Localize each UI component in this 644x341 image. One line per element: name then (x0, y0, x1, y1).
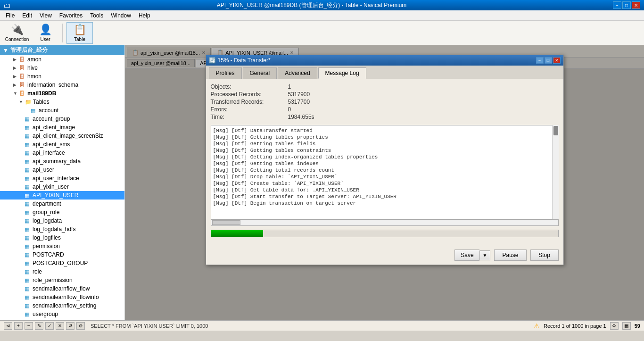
sidebar-item-views[interactable]: ▶ 👁 Views (0, 318, 124, 320)
maximize-button[interactable]: □ (622, 1, 631, 9)
toolbar-connection[interactable]: 🔌 Connection (4, 22, 30, 44)
table-icon: ▦ (25, 125, 31, 131)
save-button[interactable]: Save (454, 250, 479, 261)
nav-edit[interactable]: ✎ (35, 322, 43, 330)
sidebar-item-group-role[interactable]: ▦ group_role (0, 208, 124, 216)
menu-window[interactable]: Window (107, 11, 135, 20)
sidebar-item-usergroup[interactable]: ▦ usergroup (0, 310, 124, 318)
sidebar-item-sendmail-flowinfo[interactable]: ▦ sendmailearnflow_flowinfo (0, 293, 124, 301)
db-icon: 🗄 (19, 57, 26, 62)
dialog-title: 15% - Data Transfer* (218, 57, 271, 64)
tab-advanced[interactable]: Advanced (278, 67, 317, 79)
dialog-minimize[interactable]: − (536, 57, 544, 64)
sidebar-item-api-summary-data[interactable]: ▦ api_summary_data (0, 157, 124, 166)
objects-value: 1 (288, 83, 559, 90)
log-scrollbar-thumb[interactable] (553, 126, 558, 135)
minimize-button[interactable]: − (613, 1, 621, 9)
nav-discard[interactable]: ✕ (56, 322, 64, 330)
toolbar-user[interactable]: 👤 User (32, 22, 58, 44)
sidebar-item-hive[interactable]: ▶ 🗄 hive (0, 64, 124, 72)
app-icon: 🗃 (4, 1, 10, 9)
table-icon: ▦ (25, 116, 31, 122)
sidebar-item-account-group[interactable]: ▦ account_group (0, 115, 124, 123)
sidebar-item-api-user[interactable]: ▦ api_user (0, 166, 124, 174)
processed-label: Processed Records: (211, 91, 286, 98)
user-icon: 👤 (39, 24, 52, 36)
nav-add[interactable]: + (14, 322, 23, 330)
menu-help[interactable]: Help (135, 11, 154, 20)
grid-btn[interactable]: ▦ (622, 322, 631, 330)
sidebar-item-department[interactable]: ▦ department (0, 200, 124, 208)
item-label: API_YIXIN_USER (33, 192, 78, 199)
toolbar-table[interactable]: 📋 Table (66, 22, 93, 44)
menu-tools[interactable]: Tools (86, 11, 107, 20)
time-label: Time: (211, 114, 286, 120)
log-line: [Msg] [Dtf] Get table data for: .API_YIX… (213, 187, 556, 193)
sidebar-item-api-user-interface[interactable]: ▦ api_user_interface (0, 174, 124, 183)
sidebar-item-api-interface[interactable]: ▦ api_interface (0, 149, 124, 157)
dialog-close[interactable]: ✕ (553, 57, 561, 64)
menu-favorites[interactable]: Favorites (56, 11, 86, 20)
sidebar-item-api-client-sms[interactable]: ▦ api_client_sms (0, 140, 124, 149)
table-icon: ▦ (25, 209, 31, 216)
nav-confirm[interactable]: ✓ (45, 322, 54, 330)
sidebar-item-sendmail-setting[interactable]: ▦ sendmailearnflow_setting (0, 301, 124, 310)
table-icon: ▦ (25, 277, 31, 283)
sidebar-item-log-logdata[interactable]: ▦ log_logdata (0, 216, 124, 225)
close-button[interactable]: ✕ (632, 1, 640, 9)
table-icon: ▦ (25, 141, 31, 148)
sidebar-item-api-yixin-user-lower[interactable]: ▦ api_yixin_user (0, 183, 124, 191)
save-dropdown-arrow[interactable]: ▼ (479, 250, 491, 260)
item-label: log_logfiles (33, 234, 61, 241)
sidebar-item-permission[interactable]: ▦ permission (0, 242, 124, 250)
log-hscroll[interactable] (211, 219, 559, 226)
nav-first[interactable]: ⊲ (4, 322, 12, 330)
dialog-icon: 🔄 (209, 57, 216, 64)
item-label: mail189DB (27, 90, 56, 97)
nav-remove[interactable]: − (25, 322, 33, 330)
pause-button[interactable]: Pause (494, 250, 526, 261)
log-line: [Msg] [Dtf] Drop table: `API_YIXIN_USER` (213, 174, 556, 180)
nav-refresh[interactable]: ↺ (66, 322, 74, 330)
stop-button[interactable]: Stop (530, 250, 559, 261)
tab-general[interactable]: General (243, 67, 277, 79)
tab-message-log[interactable]: Message Log (318, 67, 366, 79)
log-hscroll-thumb[interactable] (212, 220, 240, 225)
table-icon: ▦ (25, 158, 31, 165)
title-bar: 🗃 API_YIXIN_USER @mail189DB (管理后台_经分) - … (0, 0, 644, 10)
nav-filter[interactable]: ⊘ (76, 322, 85, 330)
menu-view[interactable]: View (36, 11, 56, 20)
tab-profiles[interactable]: Profiles (209, 67, 242, 79)
log-area[interactable]: [Msg] [Dtf] DataTransfer started[Msg] [D… (211, 125, 559, 219)
sidebar-item-api-client-image[interactable]: ▦ api_client_image (0, 123, 124, 132)
sidebar-item-api-yixin-user-upper[interactable]: ▦ API_YIXIN_USER (0, 191, 124, 200)
sidebar-item-log-logdata-hdfs[interactable]: ▦ log_logdata_hdfs (0, 225, 124, 233)
menu-file[interactable]: File (2, 11, 18, 20)
table-icon: ▦ (25, 192, 31, 199)
stats-grid: Objects: 1 Processed Records: 5317900 Tr… (211, 83, 559, 120)
table-icon: 📋 (74, 24, 86, 36)
menu-edit[interactable]: Edit (18, 11, 36, 20)
sidebar-item-role-permission[interactable]: ▦ role_permission (0, 276, 124, 284)
errors-value: 0 (288, 106, 559, 113)
save-button-group: Save ▼ (454, 250, 490, 261)
log-scrollbar[interactable] (552, 125, 559, 219)
settings-btn[interactable]: ⚙ (610, 322, 619, 330)
window-title: API_YIXIN_USER @mail189DB (管理后台_经分) - Ta… (10, 1, 613, 9)
sidebar-item-postcard[interactable]: ▦ POSTCARD (0, 250, 124, 259)
sidebar-item-tables[interactable]: ▼ 📁 Tables (0, 98, 124, 106)
sidebar-item-log-logfiles[interactable]: ▦ log_logfiles (0, 233, 124, 242)
sidebar-item-amon[interactable]: ▶ 🗄 amon (0, 55, 124, 64)
sidebar-item-sendmail-flow[interactable]: ▦ sendmailearnflow_flow (0, 284, 124, 293)
sidebar-item-mail189db[interactable]: ▼ 🗄 mail189DB (0, 89, 124, 98)
sidebar-item-information-schema[interactable]: ▶ 🗄 information_schema (0, 81, 124, 89)
progress-container (211, 230, 559, 237)
sidebar-item-account[interactable]: ▦ account (0, 106, 124, 115)
dialog-maximize[interactable]: □ (545, 57, 552, 64)
sidebar-item-postcard-group[interactable]: ▦ POSTCARD_GROUP (0, 259, 124, 267)
connection-icon: 🔌 (11, 24, 24, 36)
sidebar-item-role[interactable]: ▦ role (0, 267, 124, 276)
log-line: [Msg] [Dtf] Begin transaction on target … (213, 200, 556, 207)
sidebar-item-hmon[interactable]: ▶ 🗄 hmon (0, 72, 124, 81)
sidebar-item-api-client-image-screen[interactable]: ▦ api_client_image_screenSiz (0, 132, 124, 140)
